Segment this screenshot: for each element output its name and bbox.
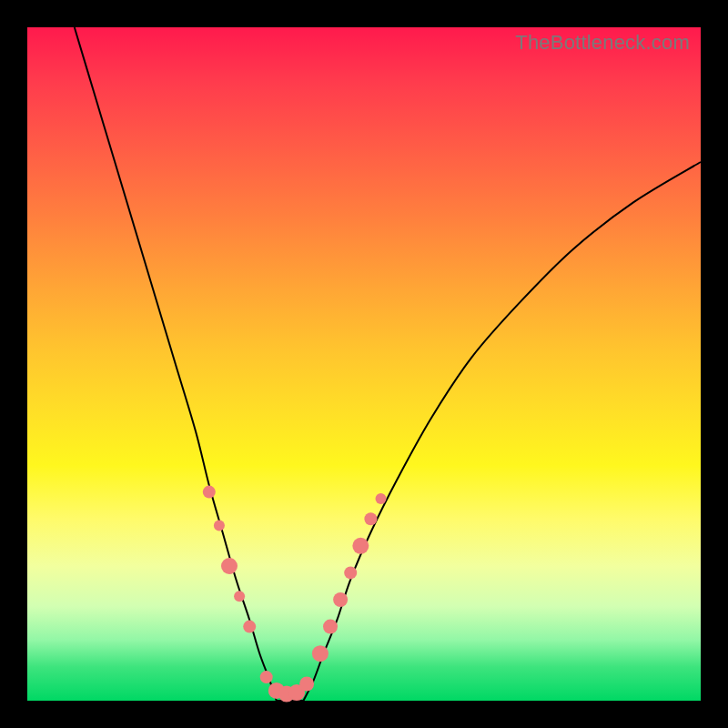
scatter-dot [352, 538, 369, 554]
scatter-dot [203, 486, 216, 499]
scatter-dot [312, 645, 329, 662]
scatter-dot [344, 566, 357, 579]
curve-layer [27, 27, 701, 701]
scatter-dots [203, 486, 387, 703]
scatter-dot [260, 671, 273, 683]
scatter-dot [364, 512, 377, 525]
scatter-dot [323, 620, 338, 634]
scatter-dot [214, 521, 225, 531]
scatter-dot [221, 558, 238, 574]
scatter-dot [333, 592, 348, 607]
scatter-dot [234, 591, 245, 602]
left-curve [75, 27, 277, 701]
chart-stage: TheBottleneck.com [0, 0, 728, 728]
scatter-dot [376, 493, 387, 504]
plot-area: TheBottleneck.com [27, 27, 701, 701]
scatter-dot [243, 621, 256, 633]
right-curve [303, 162, 701, 701]
scatter-dot [299, 677, 314, 692]
